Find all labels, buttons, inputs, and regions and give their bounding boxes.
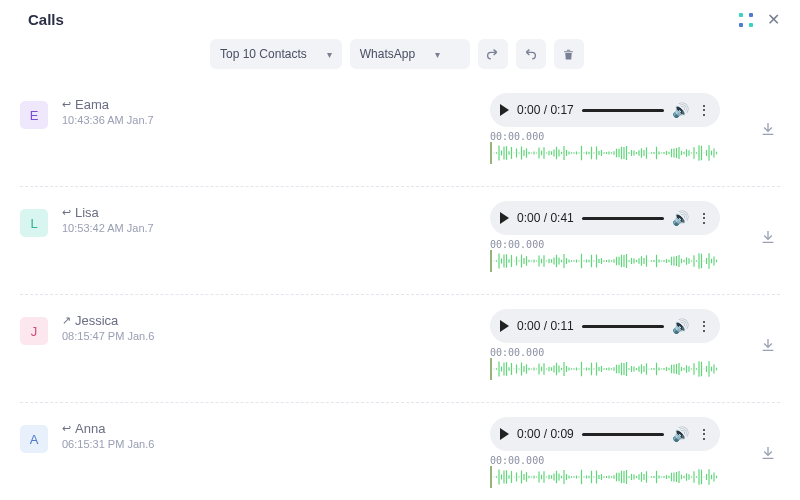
download-button[interactable]	[760, 229, 780, 249]
call-row: J ↗ Jessica 08:15:47 PM Jan.6 0:00 / 0:1…	[20, 295, 780, 403]
volume-icon[interactable]: 🔊	[672, 318, 689, 334]
app-filter-label: WhatsApp	[360, 47, 415, 61]
redo-icon	[486, 48, 499, 61]
waveform-timestamp: 00:00.000	[490, 347, 720, 358]
waveform: 00:00.000	[490, 347, 720, 384]
more-icon[interactable]: ⋮	[697, 318, 710, 334]
direction-icon: ↩	[62, 98, 71, 111]
volume-icon[interactable]: 🔊	[672, 426, 689, 442]
contact-name: Eama	[75, 97, 109, 112]
call-row: L ↩ Lisa 10:53:42 AM Jan.7 0:00 / 0:41 🔊…	[20, 187, 780, 295]
page-title: Calls	[28, 11, 64, 28]
play-icon[interactable]	[500, 104, 509, 116]
seek-track[interactable]	[582, 109, 664, 112]
waveform-timestamp: 00:00.000	[490, 455, 720, 466]
play-icon[interactable]	[500, 320, 509, 332]
seek-track[interactable]	[582, 217, 664, 220]
delete-button[interactable]	[554, 39, 584, 69]
undo-icon	[524, 48, 537, 61]
play-icon[interactable]	[500, 428, 509, 440]
toolbar: Top 10 Contacts ▾ WhatsApp ▾	[0, 35, 800, 79]
waveform-timestamp: 00:00.000	[490, 239, 720, 250]
waveform-timestamp: 00:00.000	[490, 131, 720, 142]
audio-player[interactable]: 0:00 / 0:41 🔊 ⋮	[490, 201, 720, 235]
call-timestamp: 10:43:36 AM Jan.7	[62, 114, 212, 126]
contact-name: Anna	[75, 421, 105, 436]
contacts-filter-select[interactable]: Top 10 Contacts ▾	[210, 39, 342, 69]
more-icon[interactable]: ⋮	[697, 102, 710, 118]
waveform: 00:00.000	[490, 131, 720, 168]
waveform: 00:00.000	[490, 239, 720, 276]
call-row: A ↩ Anna 06:15:31 PM Jan.6 0:00 / 0:09 🔊…	[20, 403, 780, 500]
play-icon[interactable]	[500, 212, 509, 224]
direction-icon: ↗	[62, 314, 71, 327]
call-meta: ↩ Lisa 10:53:42 AM Jan.7	[62, 201, 212, 234]
seek-track[interactable]	[582, 433, 664, 436]
download-icon	[760, 229, 776, 245]
call-timestamp: 10:53:42 AM Jan.7	[62, 222, 212, 234]
chevron-down-icon: ▾	[327, 49, 332, 60]
call-meta: ↩ Anna 06:15:31 PM Jan.6	[62, 417, 212, 450]
avatar: A	[20, 425, 48, 453]
direction-icon: ↩	[62, 422, 71, 435]
contact-name: Lisa	[75, 205, 99, 220]
avatar: L	[20, 209, 48, 237]
seek-track[interactable]	[582, 325, 664, 328]
avatar: E	[20, 101, 48, 129]
app-filter-select[interactable]: WhatsApp ▾	[350, 39, 470, 69]
close-icon[interactable]: ✕	[767, 10, 780, 29]
audio-player[interactable]: 0:00 / 0:11 🔊 ⋮	[490, 309, 720, 343]
call-timestamp: 08:15:47 PM Jan.6	[62, 330, 212, 342]
call-timestamp: 06:15:31 PM Jan.6	[62, 438, 212, 450]
download-icon	[760, 337, 776, 353]
contact-name: Jessica	[75, 313, 118, 328]
chevron-down-icon: ▾	[435, 49, 440, 60]
call-meta: ↩ Eama 10:43:36 AM Jan.7	[62, 93, 212, 126]
grid-view-icon[interactable]	[739, 13, 753, 27]
volume-icon[interactable]: 🔊	[672, 102, 689, 118]
audio-time: 0:00 / 0:09	[517, 427, 574, 441]
avatar: J	[20, 317, 48, 345]
call-list: E ↩ Eama 10:43:36 AM Jan.7 0:00 / 0:17 🔊…	[0, 79, 800, 500]
audio-time: 0:00 / 0:11	[517, 319, 574, 333]
trash-icon	[562, 48, 575, 61]
download-button[interactable]	[760, 445, 780, 465]
undo-button[interactable]	[516, 39, 546, 69]
call-row: E ↩ Eama 10:43:36 AM Jan.7 0:00 / 0:17 🔊…	[20, 79, 780, 187]
download-button[interactable]	[760, 337, 780, 357]
waveform: 00:00.000	[490, 455, 720, 492]
audio-time: 0:00 / 0:17	[517, 103, 574, 117]
call-meta: ↗ Jessica 08:15:47 PM Jan.6	[62, 309, 212, 342]
direction-icon: ↩	[62, 206, 71, 219]
audio-player[interactable]: 0:00 / 0:17 🔊 ⋮	[490, 93, 720, 127]
download-button[interactable]	[760, 121, 780, 141]
contacts-filter-label: Top 10 Contacts	[220, 47, 307, 61]
download-icon	[760, 445, 776, 461]
volume-icon[interactable]: 🔊	[672, 210, 689, 226]
more-icon[interactable]: ⋮	[697, 210, 710, 226]
audio-player[interactable]: 0:00 / 0:09 🔊 ⋮	[490, 417, 720, 451]
redo-button[interactable]	[478, 39, 508, 69]
audio-time: 0:00 / 0:41	[517, 211, 574, 225]
more-icon[interactable]: ⋮	[697, 426, 710, 442]
download-icon	[760, 121, 776, 137]
